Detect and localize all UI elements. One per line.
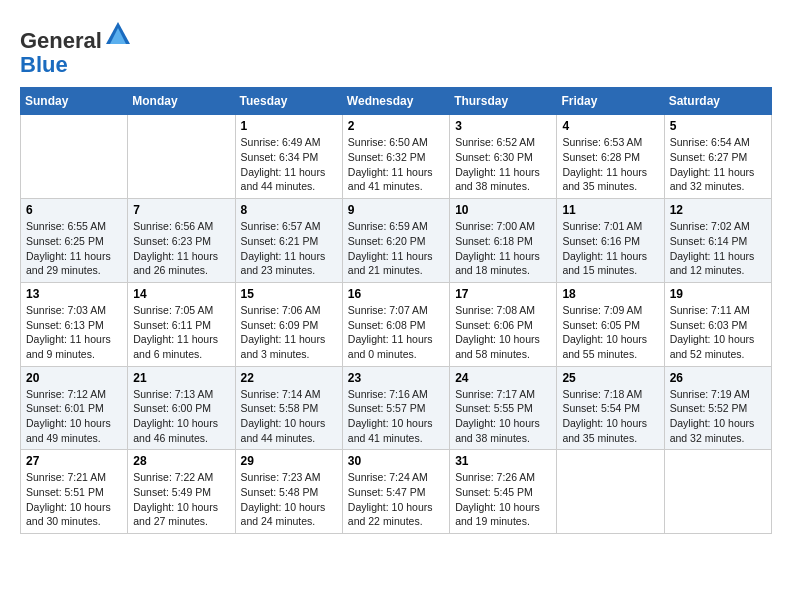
day-info: Sunrise: 7:18 AMSunset: 5:54 PMDaylight:…	[562, 387, 658, 446]
calendar-day-cell: 27Sunrise: 7:21 AMSunset: 5:51 PMDayligh…	[21, 450, 128, 534]
calendar-week-row: 6Sunrise: 6:55 AMSunset: 6:25 PMDaylight…	[21, 199, 772, 283]
day-number: 11	[562, 203, 658, 217]
calendar-week-row: 1Sunrise: 6:49 AMSunset: 6:34 PMDaylight…	[21, 115, 772, 199]
calendar-day-cell: 4Sunrise: 6:53 AMSunset: 6:28 PMDaylight…	[557, 115, 664, 199]
calendar-table: SundayMondayTuesdayWednesdayThursdayFrid…	[20, 87, 772, 534]
day-info: Sunrise: 6:56 AMSunset: 6:23 PMDaylight:…	[133, 219, 229, 278]
calendar-day-cell: 23Sunrise: 7:16 AMSunset: 5:57 PMDayligh…	[342, 366, 449, 450]
day-info: Sunrise: 7:22 AMSunset: 5:49 PMDaylight:…	[133, 470, 229, 529]
calendar-day-cell: 25Sunrise: 7:18 AMSunset: 5:54 PMDayligh…	[557, 366, 664, 450]
day-info: Sunrise: 6:53 AMSunset: 6:28 PMDaylight:…	[562, 135, 658, 194]
day-info: Sunrise: 7:16 AMSunset: 5:57 PMDaylight:…	[348, 387, 444, 446]
day-number: 29	[241, 454, 337, 468]
calendar-day-cell: 7Sunrise: 6:56 AMSunset: 6:23 PMDaylight…	[128, 199, 235, 283]
day-info: Sunrise: 7:19 AMSunset: 5:52 PMDaylight:…	[670, 387, 766, 446]
day-info: Sunrise: 7:01 AMSunset: 6:16 PMDaylight:…	[562, 219, 658, 278]
day-number: 5	[670, 119, 766, 133]
calendar-day-cell: 20Sunrise: 7:12 AMSunset: 6:01 PMDayligh…	[21, 366, 128, 450]
calendar-day-cell: 21Sunrise: 7:13 AMSunset: 6:00 PMDayligh…	[128, 366, 235, 450]
day-info: Sunrise: 7:12 AMSunset: 6:01 PMDaylight:…	[26, 387, 122, 446]
calendar-day-cell: 30Sunrise: 7:24 AMSunset: 5:47 PMDayligh…	[342, 450, 449, 534]
calendar-day-cell: 3Sunrise: 6:52 AMSunset: 6:30 PMDaylight…	[450, 115, 557, 199]
calendar-day-cell: 2Sunrise: 6:50 AMSunset: 6:32 PMDaylight…	[342, 115, 449, 199]
day-number: 15	[241, 287, 337, 301]
day-number: 9	[348, 203, 444, 217]
day-number: 17	[455, 287, 551, 301]
day-number: 25	[562, 371, 658, 385]
day-number: 30	[348, 454, 444, 468]
day-info: Sunrise: 7:21 AMSunset: 5:51 PMDaylight:…	[26, 470, 122, 529]
day-number: 27	[26, 454, 122, 468]
day-info: Sunrise: 6:54 AMSunset: 6:27 PMDaylight:…	[670, 135, 766, 194]
calendar-day-cell: 26Sunrise: 7:19 AMSunset: 5:52 PMDayligh…	[664, 366, 771, 450]
logo-icon	[104, 20, 132, 48]
day-info: Sunrise: 7:07 AMSunset: 6:08 PMDaylight:…	[348, 303, 444, 362]
calendar-day-cell: 19Sunrise: 7:11 AMSunset: 6:03 PMDayligh…	[664, 282, 771, 366]
calendar-week-row: 13Sunrise: 7:03 AMSunset: 6:13 PMDayligh…	[21, 282, 772, 366]
day-info: Sunrise: 7:14 AMSunset: 5:58 PMDaylight:…	[241, 387, 337, 446]
day-info: Sunrise: 7:00 AMSunset: 6:18 PMDaylight:…	[455, 219, 551, 278]
calendar-day-cell: 8Sunrise: 6:57 AMSunset: 6:21 PMDaylight…	[235, 199, 342, 283]
day-number: 24	[455, 371, 551, 385]
day-of-week-header: Wednesday	[342, 88, 449, 115]
day-info: Sunrise: 6:59 AMSunset: 6:20 PMDaylight:…	[348, 219, 444, 278]
day-number: 12	[670, 203, 766, 217]
calendar-body: 1Sunrise: 6:49 AMSunset: 6:34 PMDaylight…	[21, 115, 772, 534]
day-number: 7	[133, 203, 229, 217]
day-info: Sunrise: 7:09 AMSunset: 6:05 PMDaylight:…	[562, 303, 658, 362]
day-number: 4	[562, 119, 658, 133]
day-number: 26	[670, 371, 766, 385]
day-info: Sunrise: 7:13 AMSunset: 6:00 PMDaylight:…	[133, 387, 229, 446]
calendar-day-cell: 16Sunrise: 7:07 AMSunset: 6:08 PMDayligh…	[342, 282, 449, 366]
day-number: 8	[241, 203, 337, 217]
day-of-week-header: Monday	[128, 88, 235, 115]
calendar-day-cell	[128, 115, 235, 199]
calendar-header-row: SundayMondayTuesdayWednesdayThursdayFrid…	[21, 88, 772, 115]
day-info: Sunrise: 7:06 AMSunset: 6:09 PMDaylight:…	[241, 303, 337, 362]
day-of-week-header: Thursday	[450, 88, 557, 115]
calendar-day-cell: 12Sunrise: 7:02 AMSunset: 6:14 PMDayligh…	[664, 199, 771, 283]
day-number: 14	[133, 287, 229, 301]
day-info: Sunrise: 6:49 AMSunset: 6:34 PMDaylight:…	[241, 135, 337, 194]
calendar-day-cell: 13Sunrise: 7:03 AMSunset: 6:13 PMDayligh…	[21, 282, 128, 366]
day-info: Sunrise: 7:05 AMSunset: 6:11 PMDaylight:…	[133, 303, 229, 362]
calendar-day-cell: 18Sunrise: 7:09 AMSunset: 6:05 PMDayligh…	[557, 282, 664, 366]
calendar-day-cell	[21, 115, 128, 199]
calendar-day-cell: 5Sunrise: 6:54 AMSunset: 6:27 PMDaylight…	[664, 115, 771, 199]
calendar-week-row: 20Sunrise: 7:12 AMSunset: 6:01 PMDayligh…	[21, 366, 772, 450]
day-number: 23	[348, 371, 444, 385]
day-info: Sunrise: 7:03 AMSunset: 6:13 PMDaylight:…	[26, 303, 122, 362]
logo: General Blue	[20, 20, 132, 77]
day-info: Sunrise: 7:17 AMSunset: 5:55 PMDaylight:…	[455, 387, 551, 446]
calendar-week-row: 27Sunrise: 7:21 AMSunset: 5:51 PMDayligh…	[21, 450, 772, 534]
calendar-day-cell: 24Sunrise: 7:17 AMSunset: 5:55 PMDayligh…	[450, 366, 557, 450]
calendar-day-cell: 15Sunrise: 7:06 AMSunset: 6:09 PMDayligh…	[235, 282, 342, 366]
day-of-week-header: Tuesday	[235, 88, 342, 115]
day-number: 22	[241, 371, 337, 385]
logo-blue-text: Blue	[20, 52, 68, 77]
logo-general-text: General	[20, 28, 102, 53]
calendar-day-cell: 29Sunrise: 7:23 AMSunset: 5:48 PMDayligh…	[235, 450, 342, 534]
day-info: Sunrise: 7:08 AMSunset: 6:06 PMDaylight:…	[455, 303, 551, 362]
calendar-day-cell	[664, 450, 771, 534]
day-info: Sunrise: 7:24 AMSunset: 5:47 PMDaylight:…	[348, 470, 444, 529]
page-header: General Blue	[20, 20, 772, 77]
calendar-day-cell: 31Sunrise: 7:26 AMSunset: 5:45 PMDayligh…	[450, 450, 557, 534]
day-number: 1	[241, 119, 337, 133]
calendar-day-cell: 10Sunrise: 7:00 AMSunset: 6:18 PMDayligh…	[450, 199, 557, 283]
calendar-day-cell: 11Sunrise: 7:01 AMSunset: 6:16 PMDayligh…	[557, 199, 664, 283]
day-number: 21	[133, 371, 229, 385]
calendar-day-cell: 9Sunrise: 6:59 AMSunset: 6:20 PMDaylight…	[342, 199, 449, 283]
day-info: Sunrise: 7:02 AMSunset: 6:14 PMDaylight:…	[670, 219, 766, 278]
day-number: 31	[455, 454, 551, 468]
day-info: Sunrise: 7:26 AMSunset: 5:45 PMDaylight:…	[455, 470, 551, 529]
calendar-day-cell: 14Sunrise: 7:05 AMSunset: 6:11 PMDayligh…	[128, 282, 235, 366]
calendar-day-cell: 22Sunrise: 7:14 AMSunset: 5:58 PMDayligh…	[235, 366, 342, 450]
calendar-day-cell: 28Sunrise: 7:22 AMSunset: 5:49 PMDayligh…	[128, 450, 235, 534]
calendar-day-cell: 6Sunrise: 6:55 AMSunset: 6:25 PMDaylight…	[21, 199, 128, 283]
day-info: Sunrise: 7:11 AMSunset: 6:03 PMDaylight:…	[670, 303, 766, 362]
day-of-week-header: Saturday	[664, 88, 771, 115]
calendar-day-cell: 17Sunrise: 7:08 AMSunset: 6:06 PMDayligh…	[450, 282, 557, 366]
day-info: Sunrise: 6:55 AMSunset: 6:25 PMDaylight:…	[26, 219, 122, 278]
day-number: 6	[26, 203, 122, 217]
